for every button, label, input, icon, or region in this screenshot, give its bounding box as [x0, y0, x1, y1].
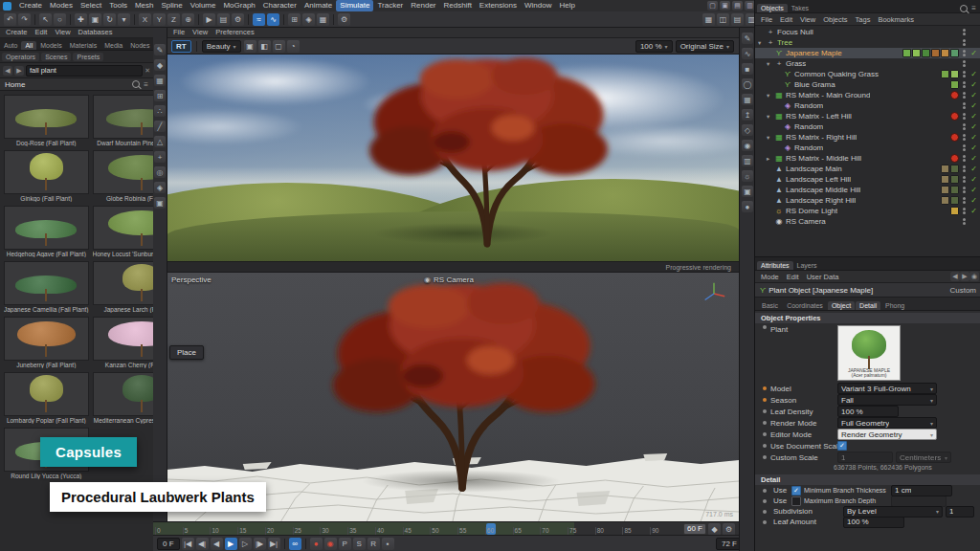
- enable-checkmark[interactable]: ✓: [969, 143, 978, 152]
- use-document-scale-checkbox[interactable]: ✓: [837, 441, 847, 451]
- menu-tools[interactable]: Tools: [105, 0, 131, 11]
- minimum-branch-thickness-field[interactable]: 1 cm: [891, 485, 952, 496]
- texture-tag[interactable]: [950, 91, 959, 99]
- visibility-dot[interactable]: [963, 54, 966, 56]
- texture-tag[interactable]: [950, 70, 959, 78]
- expand-arrow-icon[interactable]: ▾: [758, 39, 766, 47]
- enable-checkmark[interactable]: ✓: [969, 80, 978, 89]
- om-menu-file[interactable]: File: [757, 15, 776, 24]
- visibility-dot[interactable]: [963, 92, 966, 95]
- season-dropdown[interactable]: Fall▾: [837, 394, 937, 406]
- texture-tag[interactable]: [941, 70, 949, 78]
- undo-icon[interactable]: ↶: [4, 13, 16, 26]
- object-row-rs-matrix-main-ground[interactable]: ▾▦RS Matrix - Main Ground✓: [755, 90, 980, 100]
- asset-item-kanzan-cherry-fall-plant[interactable]: Kanzan Cherry (Fall Plant): [92, 316, 153, 369]
- leaf-density-field[interactable]: 100 %: [837, 406, 899, 417]
- place-tool-chip[interactable]: Place: [169, 345, 204, 360]
- maximum-branch-depth-field[interactable]: [891, 496, 947, 507]
- om-tab-takes[interactable]: Takes: [788, 4, 813, 12]
- asset-item-mediterranean-cypress-fall-plant[interactable]: Mediterranean Cypress (Fall Plant): [92, 371, 153, 425]
- om-menu-bookmarks[interactable]: Bookmarks: [874, 15, 918, 24]
- object-row-landscape-left-hill[interactable]: ▲Landscape Left Hill✓: [755, 174, 980, 185]
- extrude-tool-icon[interactable]: ↥: [742, 109, 753, 121]
- menu-animate[interactable]: Animate: [301, 0, 336, 11]
- render-menu-preferences[interactable]: Preferences: [212, 28, 257, 36]
- viewport-solo-icon[interactable]: ◎: [154, 166, 166, 178]
- unit-dropdown[interactable]: Centimeters▾: [896, 452, 951, 463]
- enable-checkmark[interactable]: ✓: [969, 70, 978, 78]
- visibility-dot[interactable]: [963, 155, 966, 158]
- texture-tag[interactable]: [950, 80, 959, 89]
- visibility-dot[interactable]: [963, 33, 966, 35]
- pen-tool-icon[interactable]: ✎: [742, 33, 753, 44]
- visibility-dots[interactable]: [963, 29, 966, 35]
- section-object-properties[interactable]: Object Properties: [755, 313, 980, 323]
- visibility-dot[interactable]: [963, 211, 966, 214]
- maple-tree-viewport[interactable]: [304, 273, 620, 495]
- attributes-menu-mode[interactable]: Mode: [757, 273, 783, 281]
- enable-checkmark[interactable]: ✓: [969, 101, 978, 110]
- visibility-dot[interactable]: [963, 60, 966, 63]
- menu-render[interactable]: Render: [407, 0, 439, 11]
- visibility-dot[interactable]: [963, 169, 966, 172]
- browser-tab-auto[interactable]: Auto: [0, 41, 21, 50]
- menu-mesh[interactable]: Mesh: [131, 0, 158, 11]
- menu-spline[interactable]: Spline: [158, 0, 187, 11]
- list-options-icon[interactable]: ≡: [144, 80, 148, 89]
- enable-checkmark[interactable]: ✓: [969, 133, 978, 142]
- visibility-dot[interactable]: [963, 43, 966, 46]
- history-forward-icon[interactable]: ▶: [960, 272, 969, 281]
- visibility-dots[interactable]: [963, 208, 966, 214]
- enable-checkmark[interactable]: ✓: [969, 49, 978, 57]
- object-tab-coordinates[interactable]: Coordinates: [783, 301, 827, 310]
- texture-tag[interactable]: [941, 165, 949, 173]
- visibility-dots[interactable]: [963, 218, 966, 225]
- clear-search-icon[interactable]: ✕: [145, 67, 150, 75]
- om-menu-objects[interactable]: Objects: [819, 15, 851, 24]
- object-row-rs-matrix-right-hill[interactable]: ▾▦RS Matrix - Right Hill✓: [755, 132, 980, 143]
- keyframe-parameter-button[interactable]: ▪: [382, 538, 394, 550]
- size-mode-dropdown[interactable]: Original Size ▾: [676, 40, 734, 53]
- keyframe-scale-button[interactable]: S: [353, 538, 366, 550]
- visibility-dot[interactable]: [963, 113, 966, 116]
- menu-mograph[interactable]: MoGraph: [219, 0, 258, 11]
- visibility-dots[interactable]: [963, 134, 966, 141]
- settings-gear-icon[interactable]: ⚙: [338, 13, 350, 26]
- plant-preview-thumbnail[interactable]: JAPANESE MAPLE (Acer palmatum): [837, 325, 901, 381]
- object-row-random[interactable]: ◈Random✓: [755, 100, 980, 111]
- menu-modes[interactable]: Modes: [46, 0, 77, 11]
- visibility-dots[interactable]: [963, 71, 966, 77]
- layout-viewport-3-icon[interactable]: ▤: [731, 13, 744, 26]
- texture-tag[interactable]: [950, 196, 959, 205]
- visibility-dot[interactable]: [963, 148, 966, 151]
- x-axis-lock-icon[interactable]: X: [139, 13, 151, 26]
- object-row-focus-null[interactable]: +Focus Null: [755, 27, 980, 37]
- browser-menu-create[interactable]: Create: [2, 28, 32, 36]
- frame-ruler[interactable]: 051015202530354045505560657075808590: [153, 522, 679, 536]
- snap-mode-icon[interactable]: ◈: [154, 182, 166, 193]
- browser-subtab-scenes[interactable]: Scenes: [41, 53, 71, 61]
- search-icon[interactable]: [960, 5, 968, 12]
- visibility-dots[interactable]: [963, 60, 966, 67]
- visibility-dot[interactable]: [963, 218, 966, 221]
- asset-item-juneberry-fall-plant[interactable]: Juneberry (Fall Plant): [3, 316, 90, 369]
- visibility-dots[interactable]: [963, 39, 966, 46]
- visibility-dots[interactable]: [963, 50, 966, 56]
- expand-arrow-icon[interactable]: ▾: [767, 92, 774, 99]
- texture-tag[interactable]: [941, 49, 949, 57]
- snapshot-icon[interactable]: ▣: [244, 40, 256, 53]
- object-row-rs-dome-light[interactable]: ☼RS Dome Light✓: [755, 206, 980, 216]
- camera-object-icon[interactable]: ▣: [742, 186, 753, 197]
- texture-tag[interactable]: [941, 175, 949, 184]
- asset-item-dog-rose-fall-plant[interactable]: Dog-Rose (Fall Plant): [3, 94, 90, 147]
- visibility-dot[interactable]: [963, 117, 966, 120]
- timeline-options-icon[interactable]: ⚙: [723, 523, 735, 536]
- object-row-rs-matrix-left-hill[interactable]: ▾▦RS Matrix - Left Hill✓: [755, 111, 980, 121]
- object-row-landscape-main[interactable]: ▲Landscape Main✓: [755, 164, 980, 174]
- asset-item-globe-robinia-fall-plant[interactable]: Globe Robinia (Fall Plant): [92, 149, 153, 203]
- current-frame-field[interactable]: 60 F: [683, 523, 706, 535]
- live-select-icon[interactable]: ○: [54, 13, 66, 26]
- visibility-dot[interactable]: [963, 222, 966, 225]
- visibility-dot[interactable]: [963, 71, 966, 74]
- visibility-dot[interactable]: [963, 208, 966, 210]
